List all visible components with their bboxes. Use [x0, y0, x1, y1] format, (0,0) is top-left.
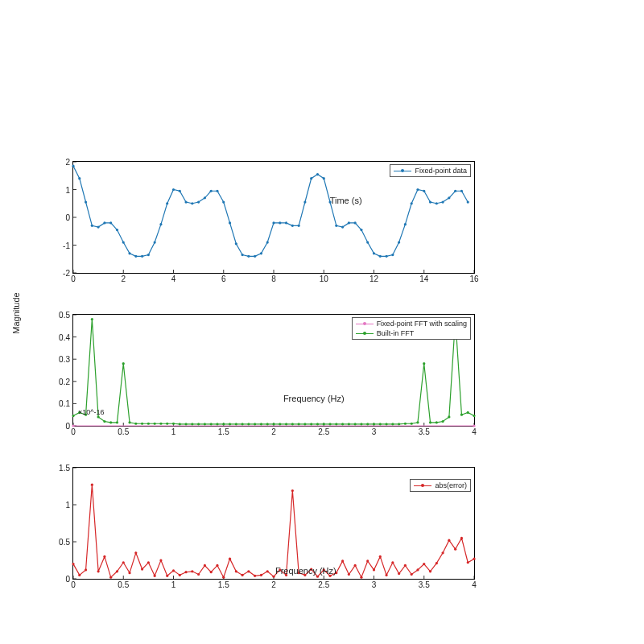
ytick-label: 0: [38, 422, 73, 431]
svg-point-19: [103, 221, 105, 224]
xtick-label: 14: [419, 273, 428, 283]
svg-point-51: [303, 200, 306, 203]
xtick-label: 4: [472, 426, 477, 436]
svg-point-110: [166, 423, 168, 425]
ytick-label: 1.5: [38, 464, 73, 473]
svg-point-150: [416, 421, 419, 423]
legend-entry: Fixed-point data: [415, 166, 467, 175]
xtick-label: 10: [320, 273, 328, 283]
exp-tag: ×10^-16: [78, 408, 105, 416]
svg-point-105: [134, 423, 137, 425]
svg-point-65: [391, 254, 394, 256]
svg-point-219: [360, 576, 362, 579]
svg-point-75: [454, 190, 456, 192]
svg-point-148: [404, 423, 407, 425]
svg-point-229: [423, 563, 425, 565]
svg-point-226: [404, 564, 407, 567]
svg-point-237: [473, 558, 475, 560]
svg-point-59: [354, 221, 357, 224]
svg-point-222: [379, 555, 382, 558]
svg-point-113: [184, 423, 187, 425]
svg-point-177: [97, 570, 100, 572]
svg-point-224: [391, 561, 394, 564]
xtick-label: 2: [121, 273, 126, 283]
svg-point-74: [448, 196, 450, 199]
svg-point-45: [266, 241, 269, 243]
svg-point-31: [179, 190, 181, 192]
xtick-label: 2.5: [318, 579, 329, 589]
svg-point-58: [348, 221, 350, 224]
xtick-label: 16: [469, 273, 478, 283]
svg-point-191: [184, 571, 187, 573]
svg-point-151: [423, 362, 425, 365]
svg-point-41: [241, 254, 243, 256]
svg-point-119: [222, 423, 225, 425]
svg-point-129: [285, 423, 287, 425]
svg-point-108: [154, 423, 156, 425]
svg-point-15: [78, 177, 80, 180]
xtick-label: 3: [372, 579, 377, 589]
svg-point-70: [423, 190, 425, 192]
svg-point-18: [97, 225, 100, 228]
svg-point-228: [416, 568, 419, 571]
svg-point-76: [460, 190, 463, 192]
svg-point-218: [354, 564, 357, 567]
svg-point-186: [154, 575, 156, 577]
svg-point-124: [254, 423, 256, 425]
shared-ylabel: Magnitude: [11, 292, 21, 333]
legend-time: Fixed-point data: [390, 164, 471, 177]
svg-point-201: [247, 570, 250, 572]
svg-point-179: [109, 576, 112, 579]
svg-point-187: [159, 559, 162, 561]
figure: Magnitude Time (s) Fixed-point data 0246…: [48, 161, 483, 596]
xtick-label: 4: [171, 273, 176, 283]
svg-point-193: [197, 573, 200, 576]
xtick-label: 0.5: [118, 579, 129, 589]
xtick-label: 1.5: [218, 426, 229, 436]
svg-point-62: [373, 252, 375, 254]
svg-point-100: [103, 420, 105, 423]
svg-point-49: [291, 225, 294, 227]
svg-point-64: [385, 255, 387, 258]
svg-point-217: [348, 573, 350, 576]
svg-point-146: [391, 423, 394, 425]
svg-point-120: [229, 423, 231, 425]
svg-point-27: [154, 241, 156, 243]
svg-point-56: [335, 225, 337, 227]
svg-point-67: [404, 223, 407, 225]
svg-point-127: [272, 423, 275, 425]
svg-point-17: [91, 225, 93, 227]
svg-point-20: [109, 221, 112, 224]
svg-point-104: [128, 421, 130, 423]
svg-point-176: [91, 484, 93, 486]
svg-point-159: [473, 415, 475, 417]
svg-point-133: [310, 423, 312, 425]
svg-point-138: [341, 423, 344, 425]
ytick-label: 2: [38, 158, 73, 167]
svg-point-223: [385, 574, 387, 576]
svg-point-173: [72, 563, 74, 565]
xtick-label: 1.5: [218, 579, 229, 589]
svg-point-236: [467, 561, 469, 564]
xlabel-fft: Frequency (Hz): [283, 394, 345, 403]
ytick-label: 0.2: [38, 377, 73, 386]
ytick-label: 0.3: [38, 355, 73, 364]
svg-point-154: [441, 420, 444, 423]
svg-point-106: [141, 423, 143, 425]
svg-point-132: [303, 423, 306, 425]
svg-point-32: [184, 200, 187, 203]
xtick-label: 1: [171, 579, 176, 589]
svg-point-77: [467, 200, 469, 203]
svg-point-143: [373, 423, 375, 425]
ytick-label: 0.5: [38, 311, 73, 320]
xlabel-error: Frequency (Hz): [275, 566, 336, 576]
svg-point-107: [147, 423, 150, 425]
svg-point-142: [366, 423, 369, 425]
svg-point-152: [429, 421, 431, 423]
svg-point-157: [460, 414, 463, 416]
svg-point-114: [191, 423, 193, 425]
svg-point-122: [241, 423, 243, 425]
svg-point-216: [341, 559, 344, 562]
svg-point-183: [134, 551, 137, 554]
svg-point-29: [166, 202, 168, 204]
